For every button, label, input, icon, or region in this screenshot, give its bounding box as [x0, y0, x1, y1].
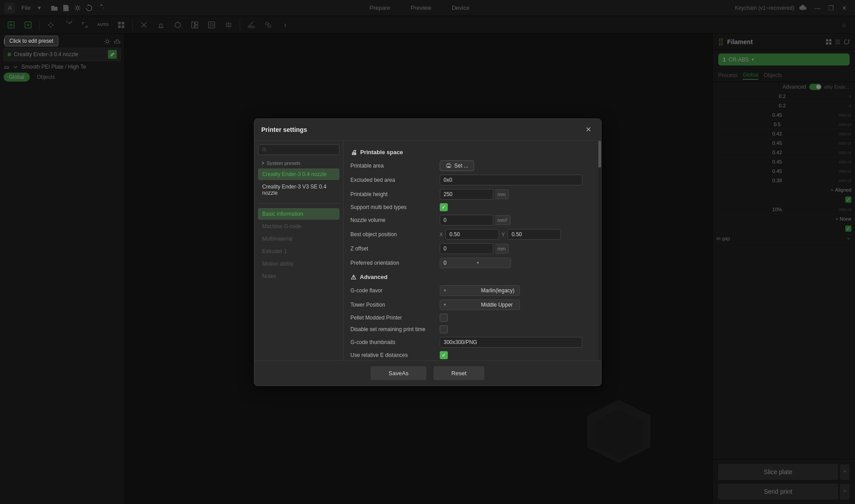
- set-button[interactable]: Set ...: [440, 160, 474, 171]
- printable-space-icon: 🖨: [351, 149, 357, 156]
- y-label: Y: [502, 232, 505, 237]
- y-input[interactable]: [507, 229, 561, 240]
- field-printable-height: Printable height mm: [351, 189, 594, 200]
- chevron-right-icon: [261, 161, 265, 165]
- field-disable-remaining: Disable set remaining print time: [351, 325, 594, 333]
- pellet-modded-label: Pellet Modded Printer: [351, 315, 440, 321]
- support-multi-bed-checkbox[interactable]: [440, 203, 448, 211]
- modal-footer: SaveAs Reset: [254, 361, 601, 385]
- nozzle-volume-label: Nozzle volume: [351, 217, 440, 223]
- svg-point-25: [262, 148, 265, 150]
- field-support-multi-bed: Support multi bed types: [351, 203, 594, 211]
- pellet-modded-checkbox[interactable]: [440, 314, 448, 322]
- nozzle-unit: mm³: [495, 215, 511, 225]
- gcode-flavor-label: G-code flavor: [351, 287, 440, 294]
- printable-height-input[interactable]: [440, 189, 493, 200]
- preferred-orientation-select[interactable]: 0 ▾: [440, 258, 511, 268]
- field-best-object-pos: Best object position X Y: [351, 229, 594, 240]
- scroll-thumb[interactable]: [598, 141, 601, 168]
- tower-position-value: Middle Upper: [481, 302, 516, 308]
- gcode-thumbnails-label: G-code thumbnails: [351, 339, 440, 345]
- advanced-title: Advanced: [360, 274, 388, 280]
- tower-position-label: Tower Position: [351, 302, 440, 308]
- field-gcode-flavor: G-code flavor ▾ Marlin(legacy): [351, 285, 594, 296]
- x-input[interactable]: [446, 229, 499, 240]
- excluded-bed-input[interactable]: [440, 175, 582, 185]
- scroll-indicator: [598, 141, 601, 361]
- modal-body: System presets Creality Ender-3 0.4 nozz…: [254, 141, 601, 361]
- gcode-flavor-select[interactable]: ▾ Marlin(legacy): [440, 285, 520, 296]
- printable-space-title: Printable space: [360, 149, 403, 156]
- printable-space-section: 🖨 Printable space: [351, 149, 594, 156]
- z-offset-input[interactable]: [440, 243, 493, 254]
- modal-header: Printer settings ✕: [254, 119, 601, 141]
- field-z-offset: Z offset mm: [351, 243, 594, 254]
- gcode-flavor-value: Marlin(legacy): [481, 287, 516, 294]
- modal-close-button[interactable]: ✕: [583, 124, 594, 135]
- z-offset-unit: mm: [495, 244, 509, 254]
- tower-position-select[interactable]: ▾ Middle Upper: [440, 299, 520, 310]
- tooltip-bubble: Click to edit preset: [4, 36, 58, 46]
- xy-inputs: X Y: [440, 229, 561, 240]
- gcode-thumbnails-input[interactable]: [440, 337, 582, 348]
- nav-basic-information[interactable]: Basic information: [258, 208, 340, 220]
- nozzle-volume-input[interactable]: [440, 215, 493, 225]
- relative-e-label: Use relative E distances: [351, 352, 440, 358]
- nav-multimaterial[interactable]: Multimaterial: [258, 233, 340, 245]
- reset-button[interactable]: Reset: [434, 366, 484, 380]
- disable-remaining-checkbox[interactable]: [440, 325, 448, 333]
- system-presets-group: System presets: [258, 159, 340, 168]
- excluded-bed-label: Excluded bed area: [351, 177, 440, 183]
- field-preferred-orientation: Preferred orientation 0 ▾: [351, 258, 594, 268]
- field-printable-area: Printable area Set ...: [351, 160, 594, 171]
- modal-content: 🖨 Printable space Printable area Set ...…: [344, 141, 601, 361]
- search-input[interactable]: [269, 147, 335, 153]
- preset-ender3[interactable]: Creality Ender-3 0.4 nozzle: [258, 168, 340, 180]
- field-tower-position: Tower Position ▾ Middle Upper: [351, 299, 594, 310]
- set-label: Set ...: [454, 163, 468, 169]
- svg-rect-27: [447, 166, 450, 168]
- modal-overlay: Printer settings ✕ System presets Creali…: [0, 0, 855, 504]
- field-relative-e: Use relative E distances: [351, 351, 594, 359]
- disable-remaining-label: Disable set remaining print time: [351, 326, 440, 332]
- system-presets-label: System presets: [267, 160, 301, 166]
- search-box: [258, 144, 340, 155]
- select-arrow-icon: ▾: [477, 260, 507, 265]
- nav-extruder1[interactable]: Extruder 1: [258, 246, 340, 257]
- printable-height-label: Printable height: [351, 191, 440, 197]
- advanced-icon: ⚠: [351, 274, 356, 281]
- tooltip-text: Click to edit preset: [9, 38, 53, 44]
- field-gcode-thumbnails: G-code thumbnails: [351, 337, 594, 348]
- advanced-section: ⚠ Advanced: [351, 274, 594, 281]
- printer-small-icon: [446, 163, 452, 169]
- preset-ender3-v3[interactable]: Creality Ender-3 V3 SE 0.4 nozzle: [258, 181, 340, 199]
- printer-settings-modal: Printer settings ✕ System presets Creali…: [254, 119, 601, 386]
- nav-motion-ability[interactable]: Motion ability: [258, 258, 340, 270]
- field-excluded-bed: Excluded bed area: [351, 175, 594, 185]
- z-offset-label: Z offset: [351, 246, 440, 252]
- modal-sidebar: System presets Creality Ender-3 0.4 nozz…: [254, 141, 344, 361]
- relative-e-checkbox[interactable]: [440, 351, 448, 359]
- modal-title: Printer settings: [262, 126, 583, 133]
- preferred-orientation-label: Preferred orientation: [351, 260, 440, 266]
- support-multi-bed-label: Support multi bed types: [351, 204, 440, 210]
- preferred-orientation-value: 0: [444, 260, 474, 266]
- nav-notes[interactable]: Notes: [258, 270, 340, 282]
- printable-area-label: Printable area: [351, 163, 440, 169]
- field-pellet-modded: Pellet Modded Printer: [351, 314, 594, 322]
- nav-machine-gcode[interactable]: Machine G-code: [258, 221, 340, 232]
- search-icon: [262, 147, 267, 152]
- best-object-pos-label: Best object position: [351, 231, 440, 238]
- height-unit: mm: [495, 189, 509, 199]
- field-nozzle-volume: Nozzle volume mm³: [351, 215, 594, 225]
- x-label: X: [440, 232, 443, 237]
- gcode-flavor-arrow: ▾: [444, 288, 479, 293]
- save-as-button[interactable]: SaveAs: [371, 366, 426, 380]
- tower-position-arrow: ▾: [444, 302, 479, 307]
